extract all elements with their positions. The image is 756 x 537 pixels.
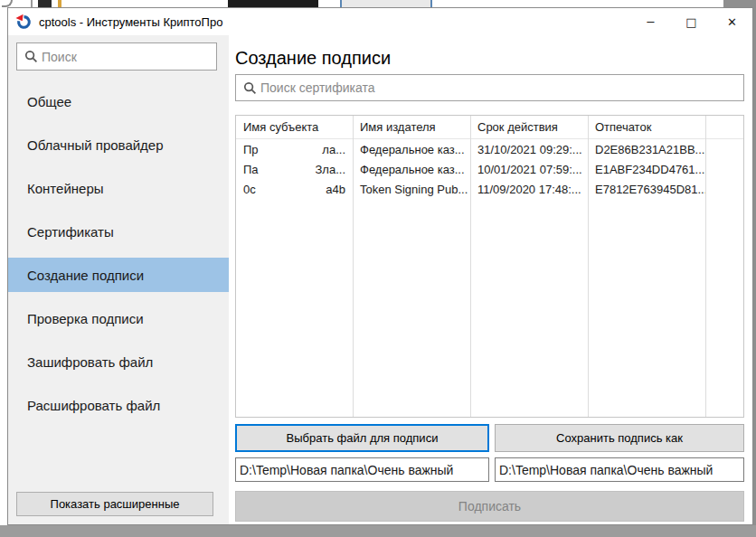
subject-end: ла... xyxy=(322,143,345,156)
validity-cell: 11/09/2020 17:48:... xyxy=(470,183,588,196)
sidebar-item-decrypt-file[interactable]: Расшифровать файл xyxy=(8,388,229,422)
search-icon xyxy=(24,50,38,63)
thumbprint-cell: E7812E763945D81... xyxy=(588,183,705,196)
validity-cell: 10/01/2021 07:59:... xyxy=(470,163,588,176)
sidebar-item-verify-signature[interactable]: Проверка подписи xyxy=(8,301,229,335)
show-advanced-button[interactable]: Показать расширенные xyxy=(16,492,213,516)
save-signature-as-button[interactable]: Сохранить подпись как xyxy=(495,424,744,452)
issuer-cell: Token Signing Pub... xyxy=(353,183,470,196)
certificate-row[interactable]: Пр ла... Федеральное каз... 31/10/2021 0… xyxy=(236,139,743,159)
sidebar-item-cloud-provider[interactable]: Облачный провайдер xyxy=(8,127,229,162)
subject-cell: Па Зла... xyxy=(236,163,353,176)
cryptopro-logo-icon xyxy=(15,14,32,30)
validity-cell: 31/10/2021 09:29:... xyxy=(470,143,588,156)
background-window-fragment xyxy=(0,525,756,537)
certificate-search-input[interactable] xyxy=(260,80,743,95)
subject-start: 0с xyxy=(243,183,256,196)
issuer-cell: Федеральное каз... xyxy=(353,163,470,176)
title-bar: cptools - Инструменты КриптоПро ─ □ ✕ xyxy=(8,8,752,35)
minimize-button[interactable]: ─ xyxy=(630,8,671,35)
maximize-button[interactable]: □ xyxy=(671,8,712,35)
thumbprint-cell: D2E86B231A21BB... xyxy=(588,143,705,156)
column-header-subject[interactable]: Имя субъекта xyxy=(236,120,353,134)
output-file-path-input[interactable] xyxy=(495,457,744,482)
column-header-issuer[interactable]: Имя издателя xyxy=(353,120,470,134)
sidebar-item-general[interactable]: Общее xyxy=(8,84,229,118)
certificate-table: Имя субъекта Имя издателя Срок действия … xyxy=(235,115,744,418)
thumbprint-cell: E1ABF234DD4761... xyxy=(588,163,705,176)
sidebar: Общее Облачный провайдер Контейнеры Серт… xyxy=(8,35,229,524)
choose-file-button[interactable]: Выбрать файл для подписи xyxy=(235,424,489,452)
window-controls: ─ □ ✕ xyxy=(630,8,752,35)
column-divider xyxy=(588,116,589,417)
column-header-thumbprint[interactable]: Отпечаток xyxy=(588,120,705,134)
source-file-path-input[interactable] xyxy=(235,457,489,482)
subject-start: Пр xyxy=(243,143,259,156)
certificate-search-box xyxy=(235,74,744,101)
column-divider xyxy=(705,116,706,417)
sidebar-item-certificates[interactable]: Сертификаты xyxy=(8,214,229,249)
sidebar-search-box xyxy=(16,42,217,71)
subject-cell: Пр ла... xyxy=(236,143,353,156)
cptools-window: cptools - Инструменты КриптоПро ─ □ ✕ Об… xyxy=(7,7,753,525)
certificate-row[interactable]: 0с а4b Token Signing Pub... 11/09/2020 1… xyxy=(236,179,743,199)
subject-start: Па xyxy=(243,163,259,176)
sidebar-search-input[interactable] xyxy=(42,50,216,64)
sidebar-item-containers[interactable]: Контейнеры xyxy=(8,171,229,205)
table-header-row: Имя субъекта Имя издателя Срок действия … xyxy=(236,116,743,139)
search-icon xyxy=(243,81,257,95)
subject-end: Зла... xyxy=(315,163,345,176)
column-divider xyxy=(470,116,471,417)
issuer-cell: Федеральное каз... xyxy=(353,143,470,156)
sidebar-item-encrypt-file[interactable]: Зашифровать файл xyxy=(8,344,229,379)
column-header-validity[interactable]: Срок действия xyxy=(470,120,588,134)
sidebar-nav: Общее Облачный провайдер Контейнеры Серт… xyxy=(8,84,229,431)
close-button[interactable]: ✕ xyxy=(712,8,752,35)
column-divider xyxy=(353,116,354,417)
page-title: Создание подписи xyxy=(235,48,391,69)
window-title: cptools - Инструменты КриптоПро xyxy=(39,15,222,29)
background-window-fragment xyxy=(2,0,13,7)
sidebar-item-create-signature[interactable]: Создание подписи xyxy=(8,258,229,292)
subject-end: а4b xyxy=(326,183,345,196)
sign-button[interactable]: Подписать xyxy=(235,491,744,522)
create-signature-page: Создание подписи Имя субъекта Имя издате… xyxy=(229,35,752,524)
subject-cell: 0с а4b xyxy=(236,183,353,196)
certificate-row[interactable]: Па Зла... Федеральное каз... 10/01/2021 … xyxy=(236,159,743,179)
